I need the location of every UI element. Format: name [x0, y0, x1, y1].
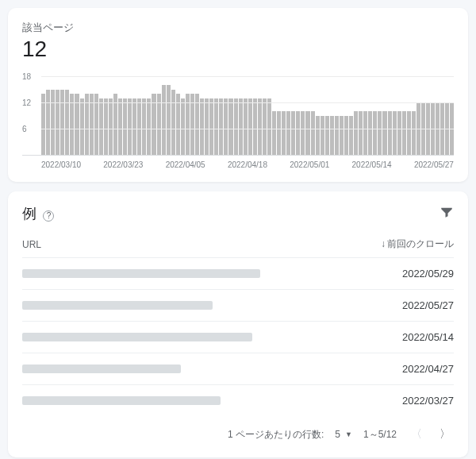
date-cell: 2022/04/27: [402, 363, 454, 375]
bar: [109, 98, 113, 156]
x-tick: 2022/04/18: [228, 160, 267, 169]
bar: [397, 111, 401, 155]
table-row[interactable]: 2022/05/14: [22, 321, 454, 353]
summary-title: 該当ページ: [22, 21, 454, 35]
bar: [205, 98, 209, 156]
table-row[interactable]: 2022/05/27: [22, 289, 454, 321]
y-tick: 6: [22, 124, 27, 133]
bar: [228, 98, 232, 156]
bar: [65, 90, 69, 156]
bar: [291, 111, 295, 155]
bar: [305, 111, 309, 155]
bar: [132, 98, 136, 156]
bar: [248, 98, 252, 156]
bar: [253, 98, 257, 156]
bar: [214, 98, 218, 156]
rows-per-page-label: 1 ページあたりの行数:: [228, 428, 324, 442]
bar: [296, 111, 300, 155]
prev-page-button[interactable]: 〈: [408, 424, 425, 445]
bar: [382, 111, 386, 155]
bar: [335, 116, 339, 156]
bar: [128, 98, 132, 156]
sort-desc-icon: ↓: [381, 238, 386, 249]
examples-title: 例: [22, 206, 36, 222]
bar: [209, 98, 213, 156]
bar: [224, 98, 228, 156]
examples-card: 例 ? URL ↓前回のクロール 2022/05/292022/05/27202…: [8, 191, 468, 457]
examples-title-wrap: 例 ?: [22, 204, 54, 223]
bar: [359, 111, 363, 155]
next-page-button[interactable]: 〉: [436, 424, 454, 445]
chart: 61218 2022/03/102022/03/232022/04/052022…: [22, 76, 454, 169]
bar: [234, 98, 238, 156]
bar: [244, 98, 248, 156]
date-cell: 2022/05/27: [402, 299, 454, 311]
table-row[interactable]: 2022/05/29: [22, 257, 454, 289]
col-url[interactable]: URL: [22, 239, 41, 250]
bar: [258, 98, 262, 156]
bar: [286, 111, 290, 155]
bar: [402, 111, 406, 155]
y-tick: 12: [22, 98, 31, 106]
bar: [373, 111, 377, 155]
x-tick: 2022/04/05: [166, 160, 205, 169]
bar: [340, 116, 344, 156]
bar: [171, 90, 175, 156]
x-tick: 2022/05/14: [352, 160, 392, 169]
summary-value: 12: [22, 37, 454, 62]
bar: [363, 111, 367, 155]
url-cell: [22, 333, 252, 341]
bar: [412, 111, 416, 155]
table-row[interactable]: 2022/04/27: [22, 353, 454, 384]
url-cell: [22, 269, 260, 278]
pagination: 1 ページあたりの行数: 5 ▼ 1～5/12 〈 〉: [22, 424, 454, 445]
dropdown-icon: ▼: [345, 430, 352, 438]
bar: [137, 98, 141, 156]
filter-icon[interactable]: [440, 205, 454, 222]
date-cell: 2022/05/14: [402, 331, 454, 343]
bar: [349, 116, 353, 156]
bar: [325, 116, 329, 156]
bar: [181, 98, 185, 156]
bar: [167, 85, 171, 155]
bar: [263, 98, 267, 156]
x-tick: 2022/03/23: [103, 160, 143, 169]
bar: [56, 90, 60, 156]
bar: [378, 111, 382, 155]
url-cell: [22, 301, 213, 310]
bar: [123, 98, 127, 156]
bar: [104, 98, 108, 156]
bar: [393, 111, 397, 155]
bar: [46, 90, 50, 156]
help-icon[interactable]: ?: [43, 210, 54, 222]
bar: [354, 111, 358, 155]
x-tick: 2022/05/27: [414, 160, 454, 169]
rows-per-page-select[interactable]: 5 ▼: [335, 429, 352, 440]
date-cell: 2022/05/29: [402, 268, 454, 280]
bar: [142, 98, 146, 156]
col-crawl[interactable]: ↓前回のクロール: [381, 237, 454, 251]
bar: [282, 111, 286, 155]
bar: [267, 98, 271, 156]
bar: [277, 111, 281, 155]
y-tick: 18: [22, 72, 31, 81]
date-cell: 2022/03/27: [402, 395, 454, 407]
bar: [316, 116, 320, 156]
bar: [272, 111, 276, 155]
bar: [388, 111, 392, 155]
bar: [200, 98, 204, 156]
chart-x-axis: 2022/03/102022/03/232022/04/052022/04/18…: [22, 160, 454, 169]
bar: [51, 90, 55, 156]
summary-card: 該当ページ 12 61218 2022/03/102022/03/232022/…: [8, 8, 468, 182]
table-row[interactable]: 2022/03/27: [22, 384, 454, 416]
chart-bars: [41, 76, 454, 155]
x-tick: 2022/05/01: [290, 160, 329, 169]
bar: [118, 98, 122, 156]
bar: [162, 85, 166, 155]
bar: [321, 116, 324, 156]
table-body: 2022/05/292022/05/272022/05/142022/04/27…: [22, 257, 454, 416]
bar: [239, 98, 243, 156]
page-range: 1～5/12: [363, 428, 397, 442]
bar: [60, 90, 64, 156]
bar: [330, 116, 334, 156]
